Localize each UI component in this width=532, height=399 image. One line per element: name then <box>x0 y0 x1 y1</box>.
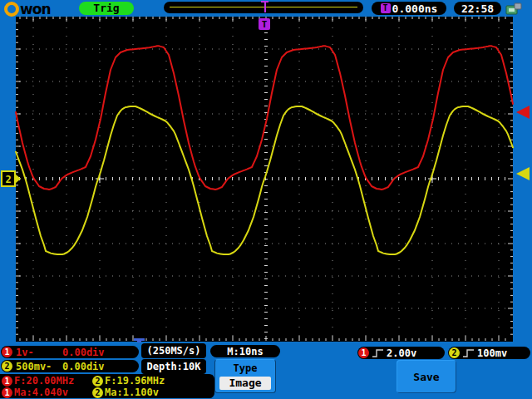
ch2-badge: 2 <box>92 376 103 387</box>
ch2-max: Ma:1.100v <box>105 387 159 398</box>
ch1-badge: 1 <box>2 376 12 387</box>
usb-storage-icon <box>504 2 524 16</box>
ch1-trigger-level-marker[interactable] <box>516 106 530 119</box>
ch2-badge: 2 <box>449 347 460 358</box>
rising-edge-icon <box>462 348 475 357</box>
type-menu[interactable]: Type Image <box>214 359 276 393</box>
ch1-offset-div: 0.00div <box>62 347 105 358</box>
oscilloscope-screen: T 2 won Trig T 0.000ns 22:58 <box>0 0 532 399</box>
ch2-marker-label: 2 <box>5 174 11 185</box>
ch2-badge: 2 <box>2 361 12 372</box>
rising-edge-icon <box>372 348 384 357</box>
trigger-status-badge: Trig <box>79 2 134 15</box>
ch2-badge: 2 <box>92 387 103 398</box>
max-measurements: 1 Ma:4.040v 2 Ma:1.100v <box>0 387 214 398</box>
sample-rate-readout: (250MS/s) <box>141 343 206 358</box>
ch2-trigger-level-marker[interactable] <box>516 167 530 180</box>
ch1-badge: 1 <box>2 347 12 357</box>
memory-depth-readout: Depth:10K <box>141 359 206 374</box>
ch1-trigger-readout: 1 2.00v <box>357 347 445 359</box>
trigger-marker-letter: T <box>262 19 268 30</box>
trigger-t-icon: T <box>381 3 391 13</box>
ch1-max: Ma:4.040v <box>14 387 92 398</box>
trigger-time-marker-bottom[interactable] <box>134 338 145 342</box>
type-menu-label: Type <box>215 362 275 374</box>
ch1-frequency: F:20.00MHz <box>14 375 92 387</box>
ch2-frequency: F:19.96MHz <box>105 375 165 387</box>
ch2-offset-div: 0.00div <box>62 361 105 372</box>
ch1-badge: 1 <box>2 387 12 398</box>
trigger-offset-readout: T 0.000ns <box>372 2 446 15</box>
ch2-trigger-level: 100mv <box>477 347 507 359</box>
timebase-readout: M:10ns <box>210 345 280 357</box>
trigger-marker-top[interactable]: T <box>259 18 270 30</box>
ch1-trigger-level: 2.00v <box>387 347 416 359</box>
horizontal-position-bar[interactable] <box>164 2 363 13</box>
clock: 22:58 <box>454 2 501 15</box>
trigger-position-marker[interactable] <box>261 1 268 13</box>
ch1-badge: 1 <box>358 347 369 358</box>
ch1-volts-per-div: 1v- <box>16 347 34 358</box>
owon-logo-text: won <box>20 1 51 17</box>
ch2-scale-readout: 2 500mv- 0.00div <box>1 360 139 372</box>
owon-logo: won <box>4 1 51 17</box>
type-value-selected[interactable]: Image <box>219 377 271 390</box>
ch2-volts-per-div: 500mv- <box>16 361 52 372</box>
frequency-measurements: 1 F:20.00MHz 2 F:19.96MHz <box>0 375 214 387</box>
waveform-display: T 2 <box>0 0 532 342</box>
ch2-trigger-readout: 2 100mv <box>448 347 530 359</box>
owon-logo-ring-icon <box>4 2 19 17</box>
trigger-offset-value: 0.000ns <box>392 2 438 15</box>
ch1-scale-readout: 1 1v- 0.00div <box>1 346 139 358</box>
save-button[interactable]: Save <box>397 360 456 393</box>
measurements-panel: 1 F:20.00MHz 2 F:19.96MHz 1 Ma:4.040v 2 … <box>0 374 214 398</box>
